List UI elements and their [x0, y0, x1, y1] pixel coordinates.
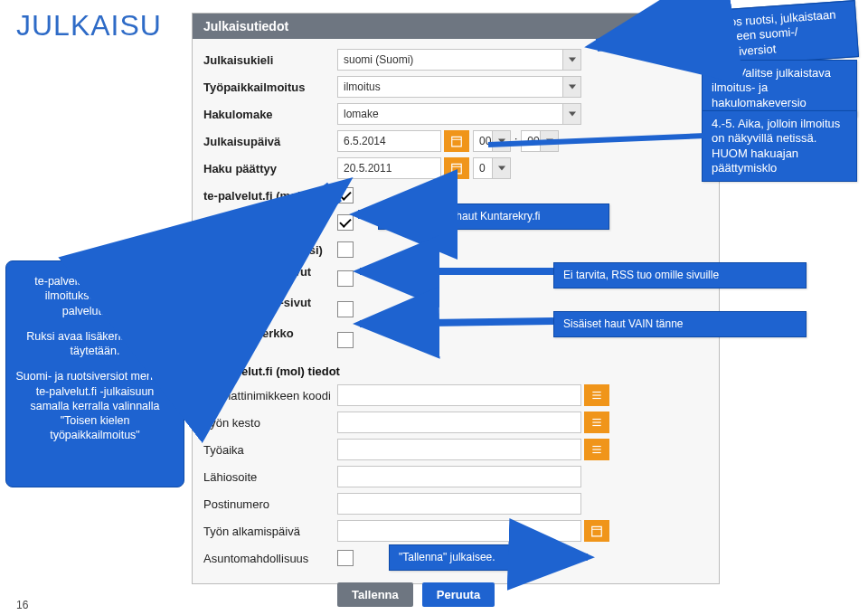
label-julkaisupaiva: Julkaisupäivä [193, 135, 337, 148]
label-aika: Työaika [193, 443, 337, 457]
input-postinro[interactable] [337, 493, 581, 515]
list-icon[interactable] [584, 384, 609, 406]
label-sisaverkko: Oma sisäverkko (Ruotsi) [193, 326, 337, 354]
calendar-icon[interactable] [444, 157, 469, 179]
select-value: 00 [479, 135, 491, 147]
label-asunto: Asuntomahdollisuus [193, 552, 337, 565]
checkbox-omat-sv[interactable] [337, 301, 354, 317]
calendar-icon[interactable] [444, 130, 469, 152]
input-value: 20.5.2011 [344, 162, 392, 175]
input-kesto[interactable] [337, 412, 581, 433]
label-tyopaikkailmoitus: Työpaikkailmoitus [193, 80, 337, 94]
select-value: ilmoitus [344, 80, 381, 93]
page-number: 16 [16, 599, 28, 611]
chevron-down-icon [562, 104, 580, 124]
select-value: lomake [344, 108, 379, 120]
cancel-button[interactable]: Peruuta [422, 582, 495, 607]
leftbox-p3: Suomi- ja ruotsiversiot menevät te-palve… [15, 369, 175, 442]
label-hakulomake: Hakulomake [193, 108, 337, 121]
slide-title: JULKAISU [16, 9, 162, 43]
form-header: Julkaisutiedot [193, 14, 719, 39]
chevron-down-icon [562, 77, 580, 97]
leftbox-p1: te-palvelut.fi –valinta vie ilmoituksen … [15, 274, 175, 318]
input-ammattikoodi[interactable] [337, 384, 581, 406]
chevron-down-icon [492, 131, 510, 151]
left-help-box: te-palvelut.fi –valinta vie ilmoituksen … [5, 260, 184, 487]
select-value: 00 [527, 135, 539, 147]
callout-rss: Ei tarvita, RSS tuo omille sivuille [553, 262, 807, 289]
section-te-tiedot: te-palvelut.fi (mol) tiedot [193, 355, 715, 382]
checkbox-kuntarekry-sv[interactable] [337, 241, 354, 258]
callout-4-5: 4.-5. Aika, jolloin ilmoitus on näkyvill… [702, 110, 857, 182]
label-omat-sv: Omat Internet-sivut (Ruotsi) [193, 296, 337, 323]
label-kuntarekry-fi: Kuntarekry.fi (Suomi) [193, 216, 337, 230]
callout-1: 1. Jos ruotsi, julkaistaan erikseen suom… [700, 0, 859, 68]
select-value: 0 [479, 162, 486, 175]
input-haku-paattyy-date[interactable]: 20.5.2011 [337, 157, 441, 179]
chevron-down-icon [540, 131, 558, 151]
select-hh[interactable]: 0 [473, 157, 511, 179]
label-postinro: Postinumero [193, 497, 337, 511]
form-panel: Julkaisutiedot Julkaisukieli suomi (Suom… [192, 13, 720, 584]
input-value: 6.5.2014 [344, 135, 386, 147]
chevron-down-icon [492, 158, 510, 178]
input-aika[interactable] [337, 439, 581, 460]
label-alku: Työn alkamispäivä [193, 525, 337, 538]
label-julkaisukieli: Julkaisukieli [193, 53, 337, 67]
select-julkaisukieli[interactable]: suomi (Suomi) [337, 49, 581, 71]
calendar-icon[interactable] [584, 520, 609, 542]
time-sep: : [514, 135, 517, 147]
label-ammattikoodi: Ammattinimikkeen koodi [193, 389, 337, 402]
checkbox-omat-fi[interactable] [337, 270, 354, 287]
callout-sisaiset: Sisäiset haut VAIN tänne [553, 311, 807, 337]
label-kesto: Työn kesto [193, 416, 337, 430]
callout-2-3: 2.-3. Valitse julkaistava ilmoitus- ja h… [702, 60, 857, 117]
checkbox-sisaverkko[interactable] [337, 332, 354, 348]
list-icon[interactable] [584, 439, 609, 460]
leftbox-p2: Ruksi avaa lisäkentät, jotka täytetään. [15, 329, 175, 359]
select-hh[interactable]: 00 [473, 130, 511, 152]
label-omat-fi: Omat internet-sivut (Suomi) [193, 265, 337, 292]
label-kuntarekry-sv: Kuntarekry.fi (Ruotsi) [193, 243, 337, 257]
checkbox-asunto[interactable] [337, 550, 354, 566]
checkbox-kuntarekry-fi[interactable] [337, 214, 354, 231]
checkbox-te-mol[interactable] [337, 187, 354, 203]
chevron-down-icon [562, 50, 580, 70]
label-te-mol: te-palvelut.fi (mol) [193, 189, 337, 203]
callout-kuntarekry: Kaikki julkiset haut Kuntarekry.fi [378, 203, 609, 230]
label-osoite: Lähiosoite [193, 470, 337, 484]
input-osoite[interactable] [337, 466, 581, 487]
select-tyopaikkailmoitus[interactable]: ilmoitus [337, 76, 581, 98]
list-icon[interactable] [584, 412, 609, 433]
input-alku[interactable] [337, 520, 581, 542]
input-julkaisupaiva-date[interactable]: 6.5.2014 [337, 130, 441, 152]
label-haku-paattyy: Haku päättyy [193, 162, 337, 175]
select-value: suomi (Suomi) [344, 53, 413, 66]
select-hakulomake[interactable]: lomake [337, 103, 581, 125]
save-button[interactable]: Tallenna [337, 582, 413, 607]
select-mm[interactable]: 00 [521, 130, 559, 152]
callout-tallenna: "Tallenna" julkaisee. [389, 544, 533, 571]
